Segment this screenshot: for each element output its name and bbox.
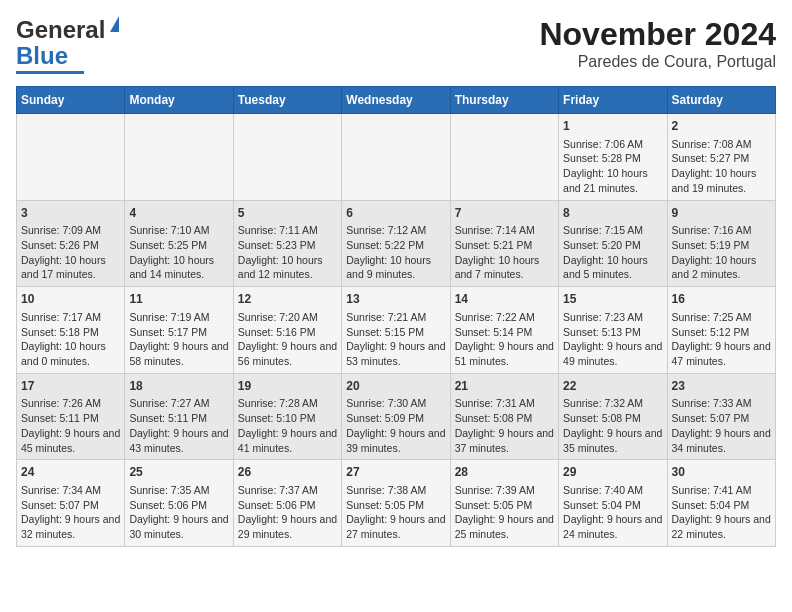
calendar-cell: 29Sunrise: 7:40 AMSunset: 5:04 PMDayligh…	[559, 460, 667, 547]
cell-info: Sunset: 5:06 PM	[129, 498, 228, 513]
day-number: 15	[563, 291, 662, 308]
cell-info: Sunrise: 7:26 AM	[21, 396, 120, 411]
cell-info: Sunset: 5:05 PM	[346, 498, 445, 513]
cell-info: Sunrise: 7:40 AM	[563, 483, 662, 498]
cell-info: Sunset: 5:08 PM	[563, 411, 662, 426]
calendar-week-3: 10Sunrise: 7:17 AMSunset: 5:18 PMDayligh…	[17, 287, 776, 374]
header-friday: Friday	[559, 87, 667, 114]
cell-info: Sunrise: 7:12 AM	[346, 223, 445, 238]
calendar-cell: 3Sunrise: 7:09 AMSunset: 5:26 PMDaylight…	[17, 200, 125, 287]
day-number: 13	[346, 291, 445, 308]
cell-info: Sunset: 5:18 PM	[21, 325, 120, 340]
cell-info: Daylight: 9 hours and 56 minutes.	[238, 339, 337, 368]
day-number: 3	[21, 205, 120, 222]
cell-info: Sunset: 5:07 PM	[21, 498, 120, 513]
cell-info: Sunset: 5:26 PM	[21, 238, 120, 253]
calendar-cell: 23Sunrise: 7:33 AMSunset: 5:07 PMDayligh…	[667, 373, 775, 460]
cell-info: Sunrise: 7:10 AM	[129, 223, 228, 238]
cell-info: Sunrise: 7:35 AM	[129, 483, 228, 498]
calendar-table: SundayMondayTuesdayWednesdayThursdayFrid…	[16, 86, 776, 547]
day-number: 21	[455, 378, 554, 395]
cell-info: Sunset: 5:13 PM	[563, 325, 662, 340]
day-number: 27	[346, 464, 445, 481]
calendar-week-4: 17Sunrise: 7:26 AMSunset: 5:11 PMDayligh…	[17, 373, 776, 460]
calendar-cell: 15Sunrise: 7:23 AMSunset: 5:13 PMDayligh…	[559, 287, 667, 374]
cell-info: Sunrise: 7:16 AM	[672, 223, 771, 238]
cell-info: Sunrise: 7:11 AM	[238, 223, 337, 238]
cell-info: Sunrise: 7:27 AM	[129, 396, 228, 411]
calendar-cell: 5Sunrise: 7:11 AMSunset: 5:23 PMDaylight…	[233, 200, 341, 287]
cell-info: Daylight: 9 hours and 30 minutes.	[129, 512, 228, 541]
cell-info: Sunrise: 7:21 AM	[346, 310, 445, 325]
calendar-cell	[450, 114, 558, 201]
page-subtitle: Paredes de Coura, Portugal	[539, 53, 776, 71]
calendar-cell: 27Sunrise: 7:38 AMSunset: 5:05 PMDayligh…	[342, 460, 450, 547]
day-number: 1	[563, 118, 662, 135]
header-wednesday: Wednesday	[342, 87, 450, 114]
day-number: 28	[455, 464, 554, 481]
logo-underline	[16, 71, 84, 74]
cell-info: Sunrise: 7:34 AM	[21, 483, 120, 498]
cell-info: Sunset: 5:25 PM	[129, 238, 228, 253]
cell-info: Sunset: 5:20 PM	[563, 238, 662, 253]
calendar-header-row: SundayMondayTuesdayWednesdayThursdayFrid…	[17, 87, 776, 114]
cell-info: Sunset: 5:09 PM	[346, 411, 445, 426]
cell-info: Sunset: 5:22 PM	[346, 238, 445, 253]
cell-info: Daylight: 10 hours and 7 minutes.	[455, 253, 554, 282]
cell-info: Sunset: 5:21 PM	[455, 238, 554, 253]
cell-info: Daylight: 9 hours and 49 minutes.	[563, 339, 662, 368]
cell-info: Daylight: 9 hours and 25 minutes.	[455, 512, 554, 541]
calendar-cell	[233, 114, 341, 201]
logo: General Blue	[16, 16, 105, 74]
cell-info: Sunrise: 7:19 AM	[129, 310, 228, 325]
calendar-cell: 25Sunrise: 7:35 AMSunset: 5:06 PMDayligh…	[125, 460, 233, 547]
calendar-cell: 2Sunrise: 7:08 AMSunset: 5:27 PMDaylight…	[667, 114, 775, 201]
day-number: 24	[21, 464, 120, 481]
calendar-cell: 11Sunrise: 7:19 AMSunset: 5:17 PMDayligh…	[125, 287, 233, 374]
calendar-week-5: 24Sunrise: 7:34 AMSunset: 5:07 PMDayligh…	[17, 460, 776, 547]
day-number: 18	[129, 378, 228, 395]
cell-info: Daylight: 9 hours and 32 minutes.	[21, 512, 120, 541]
cell-info: Sunset: 5:10 PM	[238, 411, 337, 426]
cell-info: Sunset: 5:11 PM	[21, 411, 120, 426]
header-tuesday: Tuesday	[233, 87, 341, 114]
calendar-cell: 4Sunrise: 7:10 AMSunset: 5:25 PMDaylight…	[125, 200, 233, 287]
cell-info: Daylight: 10 hours and 21 minutes.	[563, 166, 662, 195]
calendar-cell: 20Sunrise: 7:30 AMSunset: 5:09 PMDayligh…	[342, 373, 450, 460]
cell-info: Daylight: 9 hours and 22 minutes.	[672, 512, 771, 541]
cell-info: Sunset: 5:08 PM	[455, 411, 554, 426]
cell-info: Daylight: 9 hours and 37 minutes.	[455, 426, 554, 455]
cell-info: Sunrise: 7:14 AM	[455, 223, 554, 238]
cell-info: Sunset: 5:23 PM	[238, 238, 337, 253]
calendar-cell	[342, 114, 450, 201]
cell-info: Sunset: 5:07 PM	[672, 411, 771, 426]
calendar-cell: 18Sunrise: 7:27 AMSunset: 5:11 PMDayligh…	[125, 373, 233, 460]
cell-info: Sunset: 5:04 PM	[563, 498, 662, 513]
cell-info: Sunrise: 7:31 AM	[455, 396, 554, 411]
day-number: 2	[672, 118, 771, 135]
cell-info: Daylight: 9 hours and 43 minutes.	[129, 426, 228, 455]
cell-info: Sunrise: 7:39 AM	[455, 483, 554, 498]
day-number: 10	[21, 291, 120, 308]
cell-info: Daylight: 10 hours and 9 minutes.	[346, 253, 445, 282]
day-number: 8	[563, 205, 662, 222]
cell-info: Daylight: 9 hours and 58 minutes.	[129, 339, 228, 368]
cell-info: Daylight: 10 hours and 2 minutes.	[672, 253, 771, 282]
calendar-week-2: 3Sunrise: 7:09 AMSunset: 5:26 PMDaylight…	[17, 200, 776, 287]
cell-info: Sunrise: 7:09 AM	[21, 223, 120, 238]
cell-info: Daylight: 9 hours and 51 minutes.	[455, 339, 554, 368]
calendar-cell: 17Sunrise: 7:26 AMSunset: 5:11 PMDayligh…	[17, 373, 125, 460]
title-block: November 2024 Paredes de Coura, Portugal	[539, 16, 776, 71]
calendar-cell	[125, 114, 233, 201]
calendar-cell: 14Sunrise: 7:22 AMSunset: 5:14 PMDayligh…	[450, 287, 558, 374]
cell-info: Sunset: 5:19 PM	[672, 238, 771, 253]
cell-info: Sunrise: 7:17 AM	[21, 310, 120, 325]
cell-info: Sunrise: 7:08 AM	[672, 137, 771, 152]
cell-info: Daylight: 9 hours and 53 minutes.	[346, 339, 445, 368]
cell-info: Daylight: 9 hours and 34 minutes.	[672, 426, 771, 455]
day-number: 20	[346, 378, 445, 395]
header-thursday: Thursday	[450, 87, 558, 114]
cell-info: Sunrise: 7:06 AM	[563, 137, 662, 152]
cell-info: Sunrise: 7:38 AM	[346, 483, 445, 498]
cell-info: Daylight: 9 hours and 29 minutes.	[238, 512, 337, 541]
